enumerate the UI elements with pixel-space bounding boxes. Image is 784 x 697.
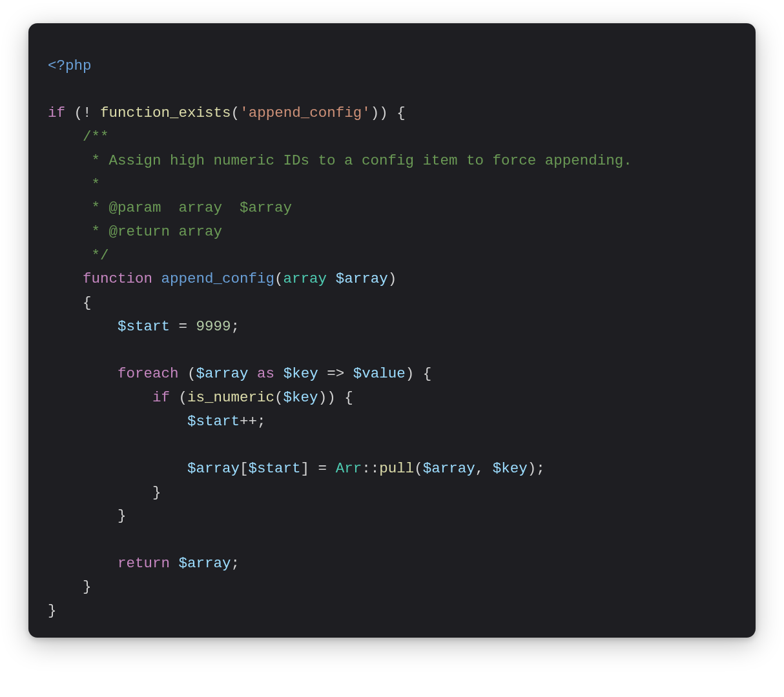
var-value: $value: [353, 365, 406, 382]
def-append-config: append_config: [161, 270, 275, 287]
kw-as: as: [257, 365, 274, 382]
punct: )) {: [371, 105, 406, 121]
op-dcolon: ::: [362, 460, 379, 477]
var-array: $array: [423, 460, 475, 477]
punct: }: [48, 602, 57, 619]
kw-foreach: foreach: [118, 365, 179, 382]
php-open-tag: <?php: [48, 57, 92, 74]
punct: (: [65, 105, 83, 121]
doc-close: */: [83, 247, 109, 264]
punct: ,: [475, 460, 493, 477]
doc-line: *: [83, 176, 100, 193]
op-arrow: =>: [327, 365, 344, 382]
code-block: <?php if (! function_exists('append_conf…: [48, 54, 736, 623]
punct: ): [388, 270, 397, 287]
op-assign: =: [318, 460, 327, 477]
var-key: $key: [284, 389, 318, 406]
var-array: $array: [179, 555, 231, 572]
punct: }: [152, 484, 161, 501]
op-inc: ++: [240, 413, 257, 430]
kw-return: return: [118, 555, 170, 572]
var-key: $key: [493, 460, 528, 477]
punct: ]: [301, 460, 318, 477]
var-array: $array: [196, 365, 249, 382]
var-start: $start: [187, 413, 240, 430]
type-array: array: [284, 270, 327, 287]
punct: {: [83, 294, 92, 311]
var-start: $start: [249, 460, 301, 477]
punct: ;: [257, 413, 266, 430]
doc-line: * @param array: [83, 199, 240, 216]
punct: ;: [231, 555, 240, 572]
var-key: $key: [284, 365, 318, 382]
fn-is-numeric: is_numeric: [187, 389, 274, 406]
var-start: $start: [118, 318, 170, 335]
punct: ;: [231, 318, 240, 335]
punct: (: [170, 389, 187, 406]
punct: ) {: [406, 365, 432, 382]
doc-var: $array: [240, 199, 292, 216]
punct: (: [274, 389, 284, 406]
op-not: !: [83, 105, 92, 121]
op-assign: =: [179, 318, 188, 335]
punct: )) {: [318, 389, 353, 406]
fn-function-exists: function_exists: [100, 105, 231, 121]
kw-if: if: [152, 389, 170, 406]
doc-line: * @return array: [83, 223, 222, 240]
string-append-config: 'append_config': [240, 105, 371, 121]
kw-if: if: [48, 105, 65, 121]
num-9999: 9999: [196, 318, 231, 335]
punct: }: [83, 578, 92, 595]
punct: (: [274, 270, 284, 287]
kw-function: function: [83, 270, 152, 287]
doc-line: * Assign high numeric IDs to a config it…: [83, 152, 632, 169]
var-array: $array: [187, 460, 240, 477]
punct: [: [240, 460, 249, 477]
fn-pull: pull: [379, 460, 414, 477]
punct: );: [528, 460, 545, 477]
punct: }: [118, 507, 127, 524]
punct: (: [231, 105, 240, 121]
var-array: $array: [336, 270, 388, 287]
punct: (: [179, 365, 196, 382]
type-arr-class: Arr: [336, 460, 362, 477]
code-card: <?php if (! function_exists('append_conf…: [28, 23, 756, 638]
doc-open: /**: [83, 128, 109, 145]
punct: (: [414, 460, 423, 477]
punct: [92, 105, 101, 121]
